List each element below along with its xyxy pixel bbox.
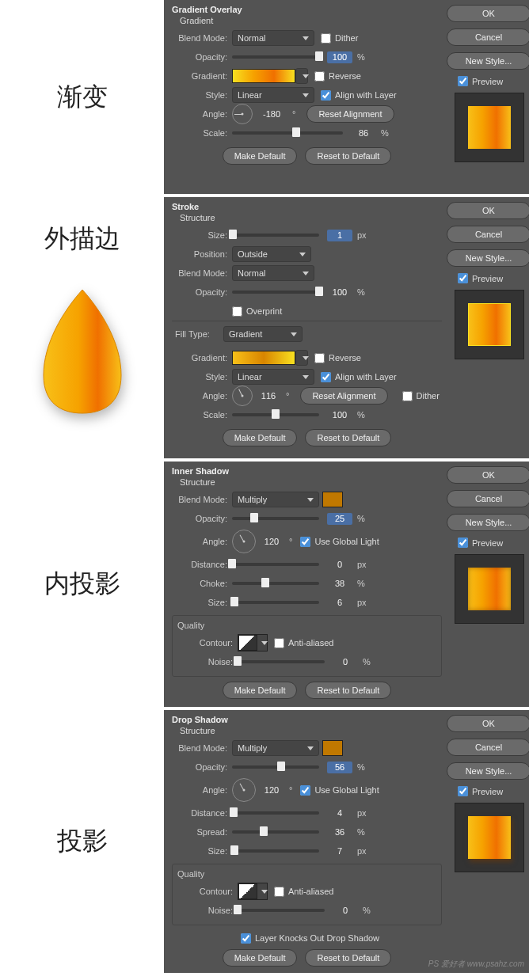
gradient-swatch[interactable] (232, 351, 295, 365)
spread-input[interactable]: 36 (327, 826, 352, 838)
distance-slider[interactable] (232, 563, 319, 566)
contour-menu[interactable] (257, 635, 267, 651)
distance-input[interactable]: 0 (327, 559, 352, 571)
dither-checkbox[interactable] (321, 33, 331, 44)
size-slider[interactable] (232, 234, 319, 237)
angle-dial[interactable] (232, 530, 256, 553)
reset-default-button[interactable]: Reset to Default (305, 949, 391, 967)
reverse-checkbox[interactable] (314, 353, 325, 363)
new-style-button[interactable]: New Style... (447, 52, 529, 70)
style-select[interactable]: Linear (232, 87, 314, 103)
make-default-button[interactable]: Make Default (223, 949, 298, 967)
contour-menu[interactable] (257, 883, 267, 899)
position-select[interactable]: Outside (232, 246, 311, 262)
antialiased-checkbox[interactable] (274, 887, 284, 897)
dither-checkbox[interactable] (402, 391, 413, 401)
new-style-button[interactable]: New Style... (447, 762, 529, 780)
spread-slider[interactable] (232, 830, 319, 834)
reset-alignment-button[interactable]: Reset Alignment (300, 387, 387, 405)
scale-slider[interactable] (232, 413, 319, 416)
new-style-button[interactable]: New Style... (447, 514, 529, 531)
global-light-checkbox[interactable] (300, 537, 310, 547)
reset-default-button[interactable]: Reset to Default (305, 429, 391, 446)
ok-button[interactable]: OK (447, 5, 529, 22)
reset-default-button[interactable]: Reset to Default (305, 682, 391, 699)
cancel-button[interactable]: Cancel (447, 226, 529, 243)
align-checkbox[interactable] (321, 372, 331, 382)
noise-slider[interactable] (238, 909, 325, 912)
angle-dial[interactable] (232, 104, 253, 124)
opacity-input[interactable]: 56 (327, 762, 352, 773)
preview-checkbox[interactable] (458, 273, 468, 283)
gradient-swatch[interactable] (232, 69, 295, 83)
angle-input[interactable]: 116 (256, 390, 281, 402)
style-select[interactable]: Linear (232, 369, 314, 385)
scale-slider[interactable] (232, 131, 343, 135)
angle-input[interactable]: -180 (256, 108, 287, 120)
chevron-down-icon (307, 746, 314, 750)
ok-button[interactable]: OK (447, 202, 529, 219)
cancel-button[interactable]: Cancel (447, 490, 529, 507)
size-slider[interactable] (232, 601, 319, 604)
label-opacity: Opacity: (172, 762, 227, 772)
filltype-select[interactable]: Gradient (223, 326, 303, 342)
opacity-slider[interactable] (232, 291, 319, 294)
blend-mode-select[interactable]: Normal (232, 30, 314, 46)
opacity-slider[interactable] (232, 55, 319, 59)
choke-input[interactable]: 38 (327, 578, 352, 590)
label-choke: Choke: (172, 579, 227, 588)
size-input[interactable]: 6 (327, 597, 352, 609)
angle-input[interactable]: 120 (259, 536, 284, 548)
noise-input[interactable]: 0 (333, 905, 358, 917)
size-input[interactable]: 7 (327, 845, 352, 857)
blend-mode-select[interactable]: Normal (232, 265, 314, 281)
overprint-checkbox[interactable] (232, 306, 242, 317)
size-slider[interactable] (232, 849, 319, 853)
new-style-button[interactable]: New Style... (447, 249, 529, 267)
blend-mode-select[interactable]: Multiply (232, 740, 319, 756)
color-swatch[interactable] (322, 492, 343, 507)
gradient-menu[interactable] (295, 68, 308, 84)
global-light-checkbox[interactable] (300, 785, 310, 796)
contour-swatch[interactable] (238, 883, 257, 899)
opacity-slider[interactable] (232, 517, 319, 520)
section-label: 渐变 (57, 80, 108, 115)
noise-slider[interactable] (238, 660, 325, 663)
ok-button[interactable]: OK (447, 466, 529, 484)
make-default-button[interactable]: Make Default (223, 682, 298, 699)
knockout-checkbox[interactable] (241, 933, 251, 944)
color-swatch[interactable] (322, 740, 343, 756)
align-checkbox[interactable] (321, 90, 331, 101)
label-filltype: Fill Type: (175, 329, 219, 339)
preview-checkbox[interactable] (458, 786, 468, 796)
preview-checkbox[interactable] (458, 537, 468, 548)
cancel-button[interactable]: Cancel (447, 739, 529, 756)
opacity-input[interactable]: 25 (327, 513, 352, 525)
angle-input[interactable]: 120 (259, 784, 284, 796)
choke-slider[interactable] (232, 582, 319, 585)
reset-alignment-button[interactable]: Reset Alignment (306, 105, 394, 123)
distance-slider[interactable] (232, 811, 319, 815)
contour-swatch[interactable] (238, 635, 257, 651)
distance-input[interactable]: 4 (327, 807, 352, 819)
gradient-menu[interactable] (295, 350, 308, 366)
opacity-slider[interactable] (232, 765, 319, 769)
ok-button[interactable]: OK (447, 715, 529, 732)
blend-mode-select[interactable]: Multiply (232, 492, 319, 507)
size-input[interactable]: 1 (327, 230, 352, 241)
reverse-checkbox[interactable] (314, 71, 325, 82)
preview-checkbox[interactable] (458, 76, 468, 86)
opacity-input[interactable]: 100 (327, 287, 352, 298)
reset-default-button[interactable]: Reset to Default (305, 147, 391, 165)
cancel-button[interactable]: Cancel (447, 28, 529, 46)
angle-dial[interactable] (232, 778, 256, 802)
antialiased-checkbox[interactable] (274, 638, 284, 648)
opacity-input[interactable]: 100 (327, 51, 352, 63)
scale-input[interactable]: 100 (327, 409, 352, 421)
scale-input[interactable]: 86 (351, 127, 376, 139)
make-default-button[interactable]: Make Default (223, 147, 298, 165)
noise-input[interactable]: 0 (333, 656, 358, 668)
angle-dial[interactable] (232, 386, 253, 406)
make-default-button[interactable]: Make Default (223, 429, 298, 446)
quality-label: Quality (177, 869, 436, 879)
